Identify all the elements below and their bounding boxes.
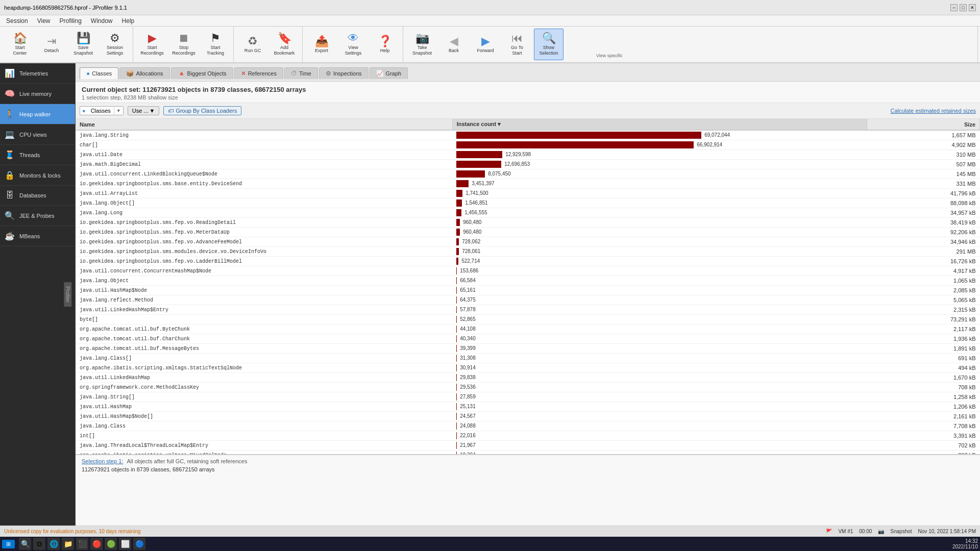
- table-row[interactable]: byte[] 52,865 73,291 kB: [76, 315, 980, 324]
- table-row[interactable]: io.geekidea.springbootplus.sms.modules.d…: [76, 247, 980, 257]
- maximize-button[interactable]: □: [960, 4, 967, 11]
- table-row[interactable]: int[] 22,016 3,391 kB: [76, 431, 980, 441]
- menu-window[interactable]: Window: [87, 16, 117, 26]
- menu-view[interactable]: View: [33, 16, 55, 26]
- calculate-retained-sizes-link[interactable]: Calculate estimated retained sizes: [890, 108, 976, 114]
- class-name-cell: java.util.LinkedHashMap: [76, 373, 452, 383]
- taskbar-edge-icon[interactable]: 🌐: [47, 538, 60, 550]
- table-row[interactable]: io.geekidea.springbootplus.sms.fep.vo.La…: [76, 257, 980, 266]
- table-row[interactable]: java.util.Date 12,929,598 310 MB: [76, 150, 980, 160]
- tab-biggest-objects[interactable]: 🔺 Biggest Objects: [171, 67, 233, 79]
- table-row[interactable]: java.lang.String 69,072,044 1,657 MB: [76, 130, 980, 140]
- table-row[interactable]: org.apache.tomcat.util.buf.MessageBytes …: [76, 344, 980, 354]
- table-row[interactable]: java.lang.String[] 27,859 1,258 kB: [76, 392, 980, 402]
- table-row[interactable]: io.geekidea.springbootplus.sms.fep.vo.Me…: [76, 228, 980, 237]
- taskbar-terminal-icon[interactable]: ⬛: [76, 538, 88, 550]
- sidebar-item-live-memory[interactable]: 🧠 Live memory: [0, 84, 75, 104]
- run-gc-button[interactable]: ♻ Run GC: [238, 29, 267, 60]
- table-row[interactable]: java.util.HashMap$Node 65,161 2,085 kB: [76, 286, 980, 295]
- close-button[interactable]: ✕: [969, 4, 976, 11]
- session-settings-button[interactable]: ⚙ SessionSettings: [100, 29, 130, 60]
- table-row[interactable]: org.apache.ibatis.scripting.xmltags.Stat…: [76, 363, 980, 373]
- taskbar-task-view-icon[interactable]: ⧉: [33, 538, 45, 550]
- table-row[interactable]: java.lang.Class 24,088 7,708 kB: [76, 421, 980, 431]
- help-button[interactable]: ❓ Help: [370, 29, 400, 60]
- col-size[interactable]: Size: [867, 119, 979, 130]
- tab-graph[interactable]: 📈 Graph: [370, 67, 408, 79]
- table-row[interactable]: java.lang.Object[] 1,546,851 88,098 kB: [76, 198, 980, 208]
- save-snapshot-button[interactable]: 💾 SaveSnapshot: [68, 29, 98, 60]
- tab-allocations[interactable]: 📦 Allocations: [119, 67, 169, 79]
- use-button[interactable]: Use ... ▼: [128, 106, 160, 115]
- tab-classes[interactable]: ● Classes: [80, 67, 118, 79]
- menu-session[interactable]: Session: [2, 16, 32, 26]
- selection-step-link[interactable]: Selection step 1:: [82, 458, 123, 464]
- table-row[interactable]: java.lang.reflect.Method 64,375 5,065 kB: [76, 295, 980, 305]
- take-snapshot-button[interactable]: 📷 TakeSnapshot: [407, 29, 437, 60]
- table-row[interactable]: java.util.concurrent.LinkedBlockingQueue…: [76, 169, 980, 179]
- start-center-button[interactable]: 🏠 StartCenter: [5, 29, 35, 60]
- sidebar-item-monitors-locks[interactable]: 🔒 Monitors & locks: [0, 165, 75, 186]
- table-row[interactable]: io.geekidea.springbootplus.sms.fep.vo.Re…: [76, 218, 980, 228]
- table-row[interactable]: java.util.LinkedHashMap 29,838 1,670 kB: [76, 373, 980, 383]
- start-recordings-button[interactable]: ▶ StartRecordings: [137, 29, 167, 60]
- detach-button[interactable]: ⇥ Detach: [37, 29, 66, 60]
- live-memory-icon: 🧠: [4, 89, 15, 98]
- tab-time[interactable]: ⏱ Time: [284, 67, 318, 79]
- back-button[interactable]: ◀ Back: [439, 29, 469, 60]
- export-button[interactable]: 📤 Export: [307, 29, 336, 60]
- go-to-start-button[interactable]: ⏮ Go ToStart: [502, 29, 532, 60]
- table-row[interactable]: char[] 66,902,914 4,902 MB: [76, 140, 980, 150]
- table-row[interactable]: java.lang.Long 1,456,555 34,957 kB: [76, 208, 980, 218]
- table-row[interactable]: java.util.HashMap 25,131 1,206 kB: [76, 402, 980, 412]
- minimize-button[interactable]: –: [950, 4, 958, 11]
- stop-recordings-button[interactable]: ⏹ StopRecordings: [169, 29, 199, 60]
- view-dropdown[interactable]: ● Classes ▼: [80, 106, 124, 115]
- table-row[interactable]: io.geekidea.springbootplus.sms.base.enti…: [76, 179, 980, 189]
- table-row[interactable]: org.apache.tomcat.util.buf.CharChunk 40,…: [76, 334, 980, 344]
- data-table[interactable]: Name Instance count ▾ Size java.lang.Str…: [76, 119, 980, 454]
- sidebar-item-threads[interactable]: 🧵 Threads: [0, 145, 75, 165]
- table-row[interactable]: io.geekidea.springbootplus.sms.fep.vo.Ad…: [76, 237, 980, 247]
- taskbar-explorer-icon[interactable]: 📁: [62, 538, 74, 550]
- col-instance-count[interactable]: Instance count ▾: [452, 119, 867, 130]
- table-row[interactable]: org.apache.tomcat.util.buf.ByteChunk 44,…: [76, 324, 980, 334]
- taskbar-app3-icon[interactable]: ⬜: [119, 538, 131, 550]
- taskbar-search-icon[interactable]: 🔍: [19, 538, 31, 550]
- start-button[interactable]: ⊞: [2, 540, 15, 548]
- table-row[interactable]: java.math.BigDecimal 12,696,853 507 MB: [76, 160, 980, 169]
- table-row[interactable]: org.springframework.core.MethodClassKey …: [76, 383, 980, 392]
- table-row[interactable]: java.util.LinkedHashMap$Entry 57,878 2,3…: [76, 305, 980, 315]
- time-tab-icon: ⏱: [291, 70, 297, 77]
- sidebar-item-databases[interactable]: 🗄 Databases: [0, 186, 75, 206]
- taskbar-app4-icon[interactable]: 🔵: [133, 538, 145, 550]
- taskbar-app2-icon[interactable]: 🟢: [105, 538, 117, 550]
- tab-inspections[interactable]: ⚙ Inspections: [319, 67, 369, 79]
- group-class-loaders-button[interactable]: 🏷 Group By Class Loaders: [163, 106, 241, 115]
- table-row[interactable]: java.util.HashMap$Node[] 24,567 2,161 kB: [76, 412, 980, 421]
- add-bookmark-button[interactable]: 🔖 AddBookmark: [270, 29, 299, 60]
- start-tracking-button[interactable]: ⚑ StartTracking: [201, 29, 230, 60]
- view-settings-button[interactable]: 👁 ViewSettings: [338, 29, 368, 60]
- instance-count-cell: 1,546,851: [452, 198, 867, 208]
- sidebar-item-heap-walker[interactable]: 🚶 Heap walker: [0, 104, 75, 124]
- menu-help[interactable]: Help: [118, 16, 139, 26]
- tab-references[interactable]: ✕ References: [234, 67, 283, 79]
- forward-button[interactable]: ▶ Forward: [471, 29, 500, 60]
- sidebar-item-jee-probes[interactable]: 🔍 JEE & Probes: [0, 206, 75, 226]
- sidebar-item-mbeans[interactable]: ☕ MBeans: [0, 226, 75, 246]
- table-row[interactable]: org.apache.ibatis.scripting.xmltags.Mixe…: [76, 450, 980, 455]
- table-row[interactable]: java.lang.ThreadLocal$ThreadLocalMap$Ent…: [76, 441, 980, 450]
- table-row[interactable]: java.lang.Object 66,584 1,065 kB: [76, 276, 980, 286]
- taskbar-app1-icon[interactable]: 🔴: [90, 538, 103, 550]
- table-row[interactable]: java.lang.Class[] 31,308 691 kB: [76, 354, 980, 363]
- view-dropdown-arrow: ▼: [114, 107, 123, 114]
- cpu-views-label: CPU views: [19, 132, 47, 138]
- show-selection-button[interactable]: 🔍 ShowSelection: [534, 29, 564, 60]
- menu-profiling[interactable]: Profiling: [56, 16, 86, 26]
- col-name[interactable]: Name: [76, 119, 452, 130]
- sidebar-item-telemetries[interactable]: 📊 Telemetries: [0, 63, 75, 84]
- table-row[interactable]: java.util.ArrayList 1,741,500 41,796 kB: [76, 189, 980, 198]
- sidebar-item-cpu-views[interactable]: 💻 CPU views: [0, 124, 75, 145]
- table-row[interactable]: java.util.concurrent.ConcurrentHashMap$N…: [76, 266, 980, 276]
